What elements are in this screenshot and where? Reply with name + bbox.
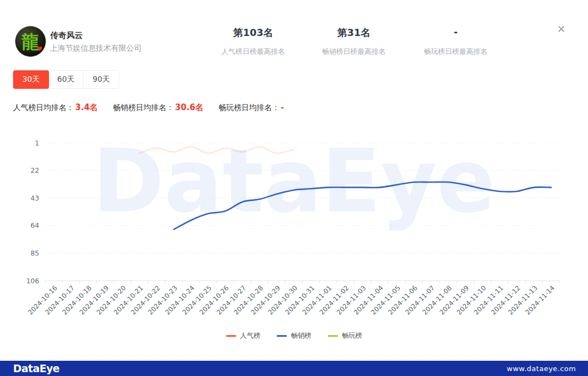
- close-icon[interactable]: ✕: [553, 21, 569, 37]
- avg-bestseller-value: 30.6名: [175, 102, 204, 113]
- legend-swatch: [328, 335, 338, 337]
- stat-freeplay-best-rank: - 畅玩榜日榜最高排名: [396, 26, 516, 57]
- y-tick-label: 64: [30, 221, 39, 229]
- legend-label: 畅销榜: [291, 331, 311, 341]
- avg-rank-summary: 人气榜日均排名： 3.4名 畅销榜日均排名： 30.6名 畅玩榜日均排名： -: [13, 102, 299, 113]
- avg-freeplay-label: 畅玩榜日均排名：: [219, 103, 280, 113]
- app-company: 上海节娱信息技术有限公司: [50, 44, 142, 53]
- footer-url: www.dataeye.com: [507, 365, 576, 373]
- y-tick-label: 106: [26, 277, 39, 285]
- legend-item-畅玩榜[interactable]: 畅玩榜: [328, 331, 363, 341]
- chart-legend: 人气榜畅销榜畅玩榜: [0, 331, 588, 341]
- avg-popularity-value: 3.4名: [75, 102, 98, 113]
- tab-30-days[interactable]: 30天: [13, 70, 49, 89]
- avg-popularity-label: 人气榜日均排名：: [13, 103, 74, 113]
- y-tick-label: 1: [35, 139, 39, 147]
- legend-swatch: [226, 335, 236, 337]
- y-tick-label: 43: [30, 194, 39, 202]
- tab-90-days[interactable]: 90天: [84, 71, 119, 88]
- footer-bar: DataEye www.dataeye.com: [0, 361, 588, 376]
- y-tick-label: 22: [30, 166, 39, 174]
- chart-canvas: DataEye1224364851062024-10-162024-10-172…: [0, 131, 588, 335]
- avg-bestseller-label: 畅销榜日均排名：: [113, 103, 174, 113]
- tab-60-days[interactable]: 60天: [48, 71, 84, 88]
- app-icon: 龍 ♥: [15, 26, 46, 57]
- legend-swatch: [277, 335, 287, 337]
- avg-freeplay-value: -: [281, 102, 284, 112]
- stat-label: 畅玩榜日榜最高排名: [396, 47, 516, 57]
- app-icon-heart-accent: ♥: [36, 46, 42, 52]
- legend-item-人气榜[interactable]: 人气榜: [226, 331, 261, 341]
- legend-item-畅销榜[interactable]: 畅销榜: [277, 331, 311, 341]
- rank-trend-chart: DataEye1224364851062024-10-162024-10-172…: [0, 131, 588, 335]
- legend-label: 人气榜: [240, 331, 261, 341]
- dataeye-logo: DataEye: [13, 362, 59, 374]
- legend-label: 畅玩榜: [342, 331, 363, 341]
- stat-value: -: [396, 26, 516, 41]
- app-name: 传奇风云: [50, 31, 83, 41]
- time-range-tabs: 30天 60天 90天: [13, 70, 119, 89]
- y-tick-label: 85: [30, 249, 39, 257]
